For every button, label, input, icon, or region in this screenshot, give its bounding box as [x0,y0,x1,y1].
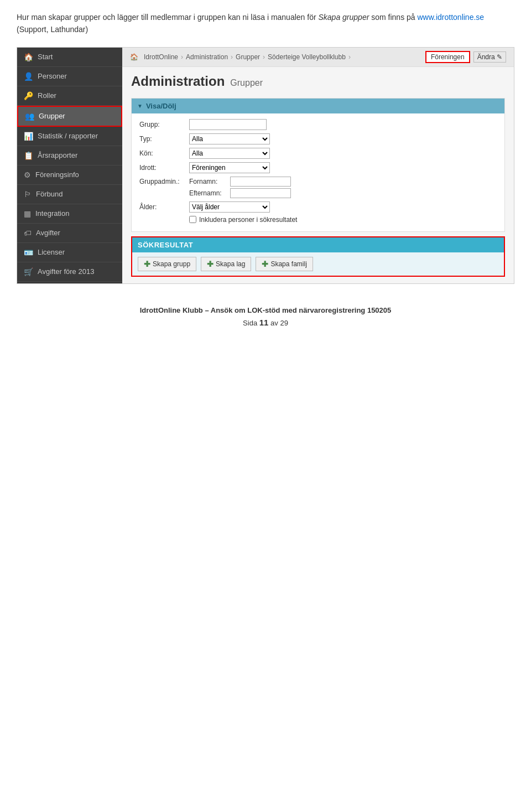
footer-page-of: av [270,319,278,327]
sidebar-item-grupper[interactable]: 👥 Grupper [17,106,122,127]
intro-italic: Skapa grupper [319,13,369,22]
breadcrumb-forening-area: Föreningen Ändra ✎ [425,51,506,63]
footer-line1: IdrottOnline Klubb – Ansök om LOK-stöd m… [6,306,525,314]
breadcrumb: 🏠 IdrottOnline › Administration › Gruppe… [122,48,514,67]
typ-select[interactable]: Alla Grupp Lag Familj [189,133,270,144]
filter-body: Grupp: Typ: Alla Grupp Lag Familj [132,113,504,231]
intro-text-end: (Support, Lathundar) [17,25,88,34]
tag-icon: 🏷 [24,229,32,237]
sidebar-item-licenser[interactable]: 🪪 Licenser [17,243,122,262]
alder-select[interactable]: Välj ålder 0-5 6-10 11-15 16-20 [189,201,270,213]
plus-familj-icon: ✚ [262,260,268,268]
inkludera-row: Inkludera personer i sökresultatet [189,216,497,224]
inkludera-label: Inkludera personer i sökresultatet [199,216,297,224]
gear-icon: ⚙ [24,170,31,179]
results-header: SÖKRESULTAT [132,237,504,252]
plus-lag-icon: ✚ [207,260,214,268]
sidebar-item-roller-label: Roller [38,91,56,100]
cart-icon: 🛒 [24,267,33,276]
breadcrumb-sep4: › [348,53,351,61]
fornamn-label: Fornamn: [189,178,228,185]
efternamn-label: Efternamn: [189,189,228,197]
sidebar-item-arsrapporter[interactable]: 📋 Årsrapporter [17,146,122,165]
sidebar-item-statistik-label: Statistik / rapporter [38,132,98,140]
filter-header[interactable]: ▼ Visa/Dölj [132,99,504,113]
results-section: SÖKRESULTAT ✚ Skapa grupp ✚ Skapa lag ✚ … [131,236,505,277]
kon-select[interactable]: Alla Man Kvinna [189,148,270,159]
sidebar-item-personer-label: Personer [38,72,67,80]
kon-label: Kön: [139,149,189,157]
sidebar-item-licenser-label: Licenser [38,248,65,256]
footer-page: Sida 11 av 29 [6,318,525,327]
sidebar-item-arsrapporter-label: Årsrapporter [38,151,77,159]
results-buttons: ✚ Skapa grupp ✚ Skapa lag ✚ Skapa familj [132,252,504,276]
breadcrumb-klubb[interactable]: Söderteige Volleybollklubb [268,53,346,61]
home-icon: 🏠 [24,53,33,61]
sidebar-item-roller[interactable]: 🔑 Roller [17,86,122,106]
skapa-familj-label: Skapa familj [270,260,306,268]
flag-icon: 🏳 [24,190,32,199]
key-icon: 🔑 [24,91,33,100]
sidebar-item-start[interactable]: 🏠 Start [17,48,122,67]
report-icon: 📋 [24,151,33,160]
sidebar: 🏠 Start 👤 Personer 🔑 Roller 👥 Grupper 📊 … [17,48,122,283]
sidebar-item-statistik[interactable]: 📊 Statistik / rapporter [17,127,122,146]
admin-fields: Fornamn: Efternamn: [189,177,291,198]
grupp-label: Grupp: [139,121,189,128]
sidebar-item-avgifter-fore[interactable]: 🛒 Avgifter före 2013 [17,262,122,282]
skapa-lag-label: Skapa lag [216,260,245,268]
sidebar-item-integration-label: Integration [35,209,69,218]
breadcrumb-administration[interactable]: Administration [186,53,228,61]
grupp-input[interactable] [189,119,267,130]
filter-row-grupp: Grupp: [139,119,497,130]
sidebar-item-avgifter-fore-label: Avgifter före 2013 [38,267,94,276]
sidebar-item-integration[interactable]: ▦ Integration [17,204,122,224]
sidebar-item-foreningsinfo[interactable]: ⚙ Föreningsinfo [17,165,122,185]
sidebar-item-avgifter[interactable]: 🏷 Avgifter [17,224,122,243]
chart-icon: 📊 [24,132,33,141]
license-icon: 🪪 [24,248,33,257]
admin-efternamn-row: Efternamn: [189,188,291,198]
inkludera-checkbox[interactable] [189,216,196,223]
page-subtitle: Grupper [230,78,263,88]
sidebar-item-forbund-label: Förbund [36,190,63,198]
sidebar-item-avgifter-label: Avgifter [36,229,60,237]
footer-page-text: Sida [243,319,257,327]
filter-section: ▼ Visa/Dölj Grupp: Typ: Alla Grupp [131,98,505,232]
sidebar-item-grupper-label: Grupper [39,112,65,120]
grid-icon: ▦ [24,209,31,218]
screenshot-container: 🏠 Start 👤 Personer 🔑 Roller 👥 Grupper 📊 … [17,47,514,284]
filter-row-typ: Typ: Alla Grupp Lag Familj [139,133,497,144]
person-icon: 👤 [24,72,33,81]
skapa-grupp-button[interactable]: ✚ Skapa grupp [138,257,196,271]
breadcrumb-sep1: › [181,53,183,61]
breadcrumb-idrottonline[interactable]: IdrottOnline [144,53,178,61]
alder-label: Ålder: [139,203,189,211]
page-header: Administration Grupper [122,67,514,94]
skapa-familj-button[interactable]: ✚ Skapa familj [256,257,313,271]
breadcrumb-grupper[interactable]: Grupper [236,53,260,61]
skapa-lag-button[interactable]: ✚ Skapa lag [201,257,251,271]
intro-link[interactable]: www.idrottonline.se [418,13,485,22]
filter-row-gruppadmin: Gruppadmin.: Fornamn: Efternamn: [139,177,497,198]
efternamn-input[interactable] [230,188,291,198]
filter-row-idrott: Idrott: Föreningen Alla [139,162,497,173]
sidebar-item-start-label: Start [38,53,53,61]
skapa-grupp-label: Skapa grupp [153,260,190,268]
intro-section: Hur man skapar grupper och lägger till m… [0,0,531,42]
footer-page-total: 29 [280,319,288,327]
fornamn-input[interactable] [230,177,291,187]
sidebar-item-forbund[interactable]: 🏳 Förbund [17,185,122,204]
sidebar-item-foreningsinfo-label: Föreningsinfo [35,170,79,179]
page-title: Administration [131,74,225,89]
breadcrumb-andra-button[interactable]: Ändra ✎ [473,51,506,63]
typ-label: Typ: [139,135,189,143]
breadcrumb-sep2: › [231,53,233,61]
idrott-select[interactable]: Föreningen Alla [189,162,270,173]
sidebar-item-personer[interactable]: 👤 Personer [17,67,122,86]
intro-text-before: Hur man skapar grupper och lägger till m… [17,13,319,22]
app-layout: 🏠 Start 👤 Personer 🔑 Roller 👥 Grupper 📊 … [17,48,514,283]
breadcrumb-home-icon: 🏠 [130,53,138,61]
intro-text-after: som finns på [369,13,417,22]
filter-row-kon: Kön: Alla Man Kvinna [139,148,497,159]
